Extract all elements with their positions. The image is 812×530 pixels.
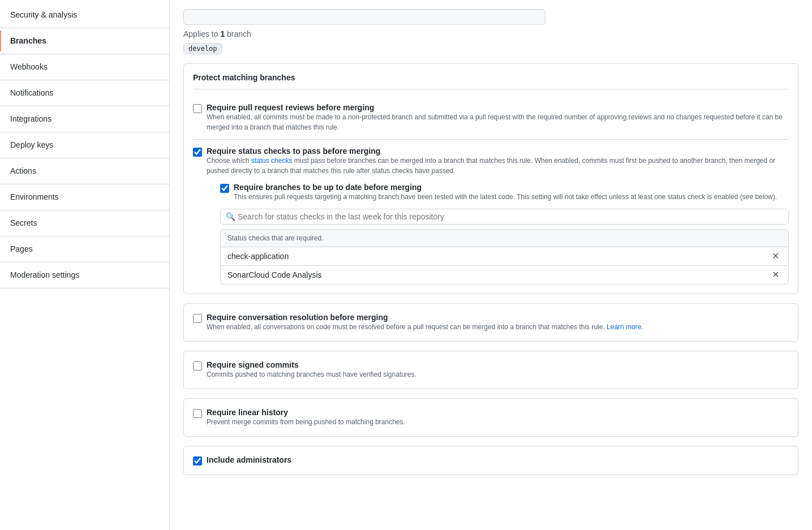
sidebar-item-label-notifications: Notifications <box>10 87 53 99</box>
branch-input-area: develop Applies to 1 branch develop <box>183 9 798 54</box>
sidebar-item-label-environments: Environments <box>10 191 59 203</box>
status-search-container: 🔍 Status checks that are required. check… <box>220 209 789 285</box>
option-require-status-checks: Require status checks to pass before mer… <box>193 140 789 285</box>
sidebar-item-moderation-settings[interactable]: Moderation settings <box>0 265 169 286</box>
require-status-checks-checkbox[interactable] <box>193 148 202 157</box>
sidebar-item-security-analysis[interactable]: Security & analysis <box>0 5 169 25</box>
sidebar-divider-moderation-settings <box>0 288 169 288</box>
sidebar-item-label-pages: Pages <box>10 243 33 255</box>
sidebar-divider-actions <box>0 184 169 184</box>
sidebar-item-label-integrations: Integrations <box>10 113 51 125</box>
option-row-signed: Require signed commits Commits pushed to… <box>193 360 789 380</box>
include-administrators-title[interactable]: Include administrators <box>207 455 291 464</box>
main-content: develop Applies to 1 branch develop Prot… <box>170 0 812 530</box>
status-check-search-input[interactable] <box>220 209 789 225</box>
sidebar-divider-webhooks <box>0 80 169 80</box>
require-status-checks-desc: Choose which status checks must pass bef… <box>207 156 789 176</box>
status-checks-box: Status checks that are required. check-a… <box>220 229 789 285</box>
sidebar-item-deploy-keys[interactable]: Deploy keys <box>0 135 169 156</box>
sidebar: Security & analysisBranchesWebhooksNotif… <box>0 0 170 530</box>
require-linear-history-title[interactable]: Require linear history <box>207 408 288 417</box>
status-check-item-check-application: check-application ✕ <box>221 247 788 266</box>
include-administrators-checkbox[interactable] <box>193 456 202 466</box>
branch-pattern-input[interactable]: develop <box>183 9 545 25</box>
option-row-admins: Include administrators <box>193 455 789 466</box>
sidebar-divider-integrations <box>0 132 169 132</box>
branch-tag: develop <box>183 43 222 54</box>
option-require-signed-commits: Require signed commits Commits pushed to… <box>183 351 798 389</box>
option-require-linear-history: Require linear history Prevent merge com… <box>183 398 798 437</box>
sidebar-item-actions[interactable]: Actions <box>0 161 169 182</box>
require-branches-up-to-date-title[interactable]: Require branches to be up to date before… <box>234 183 422 192</box>
learn-more-link[interactable]: Learn more. <box>607 323 643 331</box>
search-icon: 🔍 <box>226 212 235 221</box>
sidebar-item-label-secrets: Secrets <box>10 217 37 229</box>
require-linear-history-desc: Prevent merge commits from being pushed … <box>207 417 789 427</box>
require-signed-commits-title[interactable]: Require signed commits <box>207 360 299 369</box>
require-branches-up-to-date-checkbox[interactable] <box>220 184 229 193</box>
sub-option-up-to-date: Require branches to be up to date before… <box>220 183 789 202</box>
sidebar-item-label-moderation-settings: Moderation settings <box>10 269 79 281</box>
require-branches-up-to-date-desc: This ensures pull requests targeting a m… <box>234 192 789 202</box>
require-pr-reviews-title[interactable]: Require pull request reviews before merg… <box>207 103 374 112</box>
option-row-linear: Require linear history Prevent merge com… <box>193 408 789 427</box>
sidebar-divider-branches <box>0 54 169 54</box>
sidebar-item-label-branches: Branches <box>10 35 46 47</box>
sidebar-item-integrations[interactable]: Integrations <box>0 109 169 130</box>
sidebar-item-secrets[interactable]: Secrets <box>0 213 169 234</box>
sidebar-divider-pages <box>0 262 169 262</box>
remove-check-application-button[interactable]: ✕ <box>770 252 781 261</box>
require-pr-reviews-desc: When enabled, all commits must be made t… <box>207 112 789 132</box>
sidebar-item-label-deploy-keys: Deploy keys <box>10 139 53 151</box>
protect-heading: Protect matching branches <box>193 73 789 89</box>
sidebar-item-notifications[interactable]: Notifications <box>0 83 169 104</box>
status-check-label: check-application <box>227 252 289 261</box>
option-require-conversation-resolution: Require conversation resolution before m… <box>183 303 798 342</box>
status-checks-header: Status checks that are required. <box>221 230 788 247</box>
require-status-checks-title[interactable]: Require status checks to pass before mer… <box>207 146 380 156</box>
sidebar-item-branches[interactable]: Branches <box>0 31 169 51</box>
option-require-pr-reviews: Require pull request reviews before merg… <box>193 96 789 140</box>
search-wrapper: 🔍 <box>220 209 789 225</box>
sidebar-item-environments[interactable]: Environments <box>0 187 169 208</box>
remove-sonarcloud-button[interactable]: ✕ <box>770 270 781 279</box>
protect-matching-branches-card: Protect matching branches Require pull r… <box>183 63 798 294</box>
require-conversation-resolution-checkbox[interactable] <box>193 314 202 323</box>
sidebar-divider-secrets <box>0 236 169 236</box>
sidebar-item-label-webhooks: Webhooks <box>10 61 48 73</box>
status-check-label: SonarCloud Code Analysis <box>227 270 322 279</box>
sidebar-item-label-actions: Actions <box>10 165 36 177</box>
sidebar-item-webhooks[interactable]: Webhooks <box>0 57 169 77</box>
require-signed-commits-checkbox[interactable] <box>193 361 202 370</box>
sidebar-divider-environments <box>0 210 169 210</box>
require-signed-commits-desc: Commits pushed to matching branches must… <box>207 369 789 380</box>
require-conversation-resolution-desc: When enabled, all conversations on code … <box>207 322 789 332</box>
require-pr-reviews-checkbox[interactable] <box>193 104 202 113</box>
status-check-item-sonarcloud: SonarCloud Code Analysis ✕ <box>221 266 788 284</box>
sidebar-divider-security-analysis <box>0 28 169 28</box>
sidebar-divider-notifications <box>0 106 169 106</box>
option-row-conversation: Require conversation resolution before m… <box>193 313 789 332</box>
sidebar-divider-deploy-keys <box>0 158 169 158</box>
status-checks-link[interactable]: status checks <box>251 157 293 165</box>
sidebar-item-label-security-analysis: Security & analysis <box>10 9 77 21</box>
applies-text: Applies to 1 branch <box>183 29 798 38</box>
sub-option-area: Require branches to be up to date before… <box>220 183 789 202</box>
option-include-administrators: Include administrators <box>183 446 798 475</box>
sidebar-item-pages[interactable]: Pages <box>0 239 169 260</box>
require-conversation-resolution-title[interactable]: Require conversation resolution before m… <box>207 313 388 322</box>
require-linear-history-checkbox[interactable] <box>193 409 202 418</box>
